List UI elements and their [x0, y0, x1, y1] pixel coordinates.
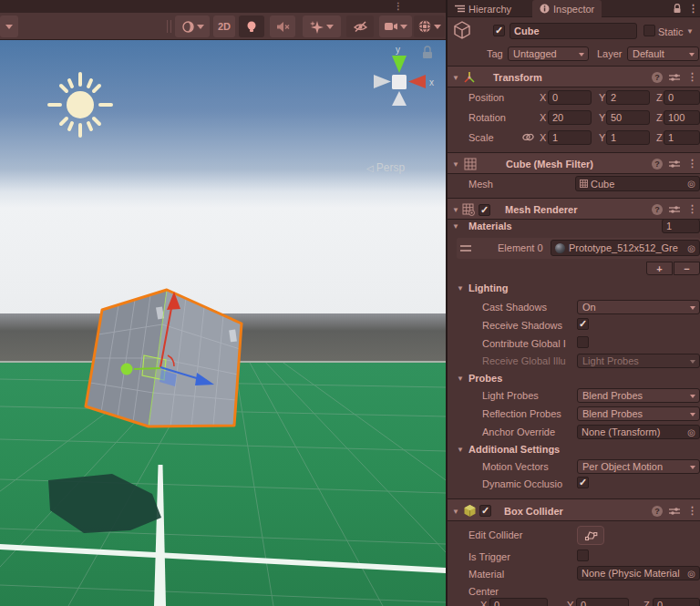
position-x-input[interactable]: 0 — [548, 90, 592, 105]
scene-menu-kebab-icon[interactable]: ⋮ — [394, 0, 403, 13]
static-checkbox[interactable] — [643, 25, 655, 36]
scene-view: ⋮ 2D — [0, 0, 446, 606]
object-picker-icon[interactable]: ◎ — [687, 243, 695, 253]
gameobject-name-input[interactable]: Cube — [510, 23, 637, 39]
sun-light-gizmo[interactable] — [49, 74, 111, 136]
reflection-probes-dropdown[interactable]: Blend Probes — [577, 406, 700, 421]
active-checkbox[interactable] — [493, 25, 505, 36]
cube-object[interactable] — [86, 290, 242, 426]
chevron-down-icon — [400, 25, 407, 29]
mesh-renderer-header[interactable]: ▼ Mesh Renderer ? ⋮ — [448, 198, 700, 220]
shaded-sphere-icon — [181, 20, 195, 34]
remove-material-button[interactable]: − — [674, 262, 700, 275]
object-picker-icon[interactable]: ◎ — [687, 179, 695, 189]
kebab-icon[interactable]: ⋮ — [687, 158, 697, 169]
tab-hierarchy[interactable]: Hierarchy — [448, 0, 519, 17]
cast-shadows-dropdown[interactable]: On — [577, 300, 700, 314]
center-x-input[interactable]: 0 — [489, 598, 548, 606]
transform-icon — [463, 71, 476, 84]
audio-mute-button[interactable] — [270, 15, 295, 37]
camera-settings-button[interactable] — [379, 15, 412, 37]
position-z-input[interactable]: 0 — [664, 90, 700, 105]
drag-handle-icon[interactable] — [460, 245, 471, 252]
static-dropdown-icon[interactable]: ▼ — [686, 27, 694, 36]
add-material-button[interactable]: + — [646, 262, 673, 275]
foldout-icon[interactable]: ▼ — [452, 160, 459, 169]
presets-icon[interactable] — [669, 204, 680, 215]
center-y-input[interactable]: 0 — [576, 598, 629, 606]
chevron-down-icon — [197, 25, 204, 29]
materials-size-input[interactable]: 1 — [662, 219, 700, 233]
scale-y-input[interactable]: 1 — [606, 130, 650, 145]
scene-lighting-button[interactable] — [239, 15, 264, 37]
rotation-z-input[interactable]: 100 — [664, 110, 700, 125]
motion-vectors-dropdown[interactable]: Per Object Motion — [577, 459, 700, 474]
position-y-input[interactable]: 2 — [606, 90, 650, 105]
inspector-menu-kebab-icon[interactable]: ⋮ — [688, 3, 698, 15]
help-icon[interactable]: ? — [652, 72, 663, 83]
mesh-renderer-enabled-checkbox[interactable] — [479, 204, 490, 216]
scale-z-input[interactable]: 1 — [664, 130, 700, 145]
mesh-renderer-title: Mesh Renderer — [505, 204, 577, 215]
foldout-icon[interactable]: ▼ — [452, 74, 459, 82]
rotation-y-input[interactable]: 50 — [606, 110, 650, 125]
help-icon[interactable]: ? — [652, 204, 663, 215]
lock-icon[interactable] — [423, 46, 432, 58]
scene-orientation-gizmo[interactable]: y x — [374, 45, 434, 106]
edit-collider-icon — [584, 529, 598, 541]
tag-dropdown[interactable]: Untagged — [508, 46, 589, 61]
speaker-muted-icon — [276, 21, 290, 33]
scale-x-input[interactable]: 1 — [548, 130, 592, 145]
element0-material-field[interactable]: Prototype_512x512_Gre ◎ — [551, 240, 700, 256]
additional-settings-title: Additional Settings — [468, 444, 560, 455]
chevron-down-icon — [5, 25, 13, 29]
tool-dropdown-button[interactable] — [0, 15, 18, 37]
rotation-label: Rotation — [468, 112, 506, 123]
draw-mode-button[interactable] — [175, 15, 210, 37]
kebab-icon[interactable]: ⋮ — [687, 71, 697, 83]
perspective-toggle[interactable]: ◁ Persp — [366, 161, 405, 174]
edit-collider-button[interactable] — [577, 526, 604, 545]
mesh-filter-header[interactable]: ▼ Cube (Mesh Filter) ? ⋮ — [448, 152, 700, 174]
help-icon[interactable]: ? — [652, 159, 663, 169]
dynamic-occlusion-checkbox[interactable] — [577, 477, 589, 488]
foldout-icon[interactable]: ▼ — [452, 222, 459, 231]
foldout-icon[interactable]: ▼ — [452, 206, 459, 214]
is-trigger-checkbox[interactable] — [577, 550, 589, 561]
layer-dropdown[interactable]: Default — [627, 46, 699, 61]
foldout-icon[interactable]: ▼ — [457, 375, 464, 383]
box-collider-header[interactable]: ▼ Box Collider ? ⋮ — [448, 498, 700, 521]
anchor-override-field[interactable]: None (Transform) ◎ — [577, 425, 700, 439]
presets-icon[interactable] — [669, 159, 680, 169]
object-picker-icon[interactable]: ◎ — [687, 427, 695, 437]
foldout-icon[interactable]: ▼ — [457, 284, 464, 293]
lock-icon[interactable] — [673, 4, 682, 15]
effects-button[interactable] — [303, 15, 341, 37]
box-collider-title: Box Collider — [504, 506, 563, 517]
presets-icon[interactable] — [669, 72, 680, 83]
box-collider-enabled-checkbox[interactable] — [479, 505, 491, 517]
help-icon[interactable]: ? — [652, 506, 663, 517]
tab-inspector[interactable]: Inspector — [532, 0, 602, 17]
link-icon[interactable] — [522, 132, 534, 142]
rotation-x-input[interactable]: 20 — [548, 110, 592, 125]
2d-label: 2D — [218, 21, 231, 32]
receive-shadows-checkbox[interactable] — [577, 318, 589, 330]
foldout-icon[interactable]: ▼ — [452, 508, 459, 516]
scene-visibility-button[interactable] — [346, 15, 374, 37]
object-picker-icon[interactable]: ◎ — [687, 569, 695, 579]
gizmos-button[interactable] — [414, 15, 445, 37]
light-probes-dropdown[interactable]: Blend Probes — [577, 388, 700, 403]
mesh-object-field[interactable]: Cube ◎ — [575, 176, 700, 191]
physic-material-field[interactable]: None (Physic Material ◎ — [577, 566, 700, 580]
kebab-icon[interactable]: ⋮ — [687, 505, 697, 517]
kebab-icon[interactable]: ⋮ — [687, 203, 697, 215]
contribute-gi-checkbox[interactable] — [577, 336, 589, 348]
presets-icon[interactable] — [669, 506, 680, 517]
scene-viewport[interactable]: y x ◁ Persp — [0, 40, 446, 606]
center-z-input[interactable]: 0 — [653, 598, 700, 606]
2d-toggle-button[interactable]: 2D — [213, 15, 235, 37]
transform-header[interactable]: ▼ Transform ? ⋮ — [448, 66, 700, 87]
foldout-icon[interactable]: ▼ — [457, 446, 464, 454]
mesh-value: Cube — [591, 179, 614, 190]
